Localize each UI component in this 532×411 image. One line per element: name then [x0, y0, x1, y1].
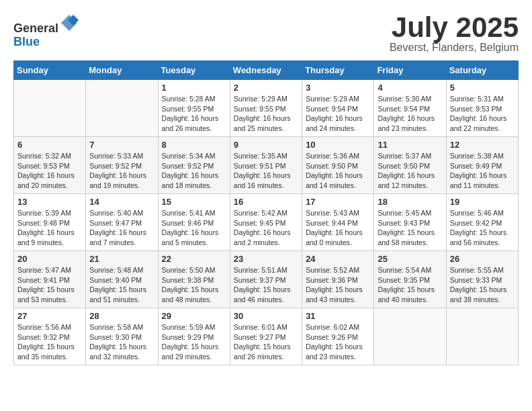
calendar-cell: 25Sunrise: 5:54 AM Sunset: 9:35 PM Dayli…	[374, 251, 446, 308]
calendar-cell: 28Sunrise: 5:58 AM Sunset: 9:30 PM Dayli…	[86, 308, 158, 365]
calendar-cell: 2Sunrise: 5:29 AM Sunset: 9:55 PM Daylig…	[230, 80, 302, 137]
month-title: July 2025	[390, 13, 519, 42]
calendar-cell	[14, 80, 86, 137]
day-number: 29	[162, 311, 226, 321]
calendar-cell: 21Sunrise: 5:48 AM Sunset: 9:40 PM Dayli…	[86, 251, 158, 308]
weekday-wednesday: Wednesday	[230, 61, 302, 80]
cell-data: Sunrise: 5:45 AM Sunset: 9:43 PM Dayligh…	[378, 208, 442, 248]
calendar-cell: 22Sunrise: 5:50 AM Sunset: 9:38 PM Dayli…	[158, 251, 230, 308]
day-number: 28	[89, 311, 154, 321]
calendar-table: SundayMondayTuesdayWednesdayThursdayFrid…	[13, 60, 519, 365]
day-number: 3	[306, 83, 370, 93]
logo-icon	[60, 13, 79, 32]
cell-data: Sunrise: 5:29 AM Sunset: 9:54 PM Dayligh…	[306, 94, 370, 134]
cell-data: Sunrise: 5:35 AM Sunset: 9:51 PM Dayligh…	[234, 151, 298, 191]
cell-data: Sunrise: 5:33 AM Sunset: 9:52 PM Dayligh…	[89, 151, 154, 191]
day-number: 4	[378, 83, 442, 93]
cell-data: Sunrise: 6:01 AM Sunset: 9:27 PM Dayligh…	[234, 322, 298, 362]
weekday-tuesday: Tuesday	[158, 61, 230, 80]
calendar-cell: 9Sunrise: 5:35 AM Sunset: 9:51 PM Daylig…	[230, 137, 302, 194]
calendar-cell	[86, 80, 158, 137]
day-number: 12	[450, 140, 515, 150]
cell-data: Sunrise: 5:54 AM Sunset: 9:35 PM Dayligh…	[378, 265, 442, 305]
day-number: 24	[306, 254, 370, 264]
day-number: 5	[450, 83, 515, 93]
weekday-friday: Friday	[374, 61, 446, 80]
calendar-cell: 30Sunrise: 6:01 AM Sunset: 9:27 PM Dayli…	[230, 308, 302, 365]
cell-data: Sunrise: 5:46 AM Sunset: 9:42 PM Dayligh…	[450, 208, 515, 248]
calendar-cell: 27Sunrise: 5:56 AM Sunset: 9:32 PM Dayli…	[14, 308, 86, 365]
cell-data: Sunrise: 5:32 AM Sunset: 9:53 PM Dayligh…	[17, 151, 82, 191]
cell-data: Sunrise: 5:28 AM Sunset: 9:55 PM Dayligh…	[162, 94, 226, 134]
calendar-cell: 19Sunrise: 5:46 AM Sunset: 9:42 PM Dayli…	[446, 194, 518, 251]
calendar-week-5: 27Sunrise: 5:56 AM Sunset: 9:32 PM Dayli…	[14, 308, 519, 365]
cell-data: Sunrise: 5:48 AM Sunset: 9:40 PM Dayligh…	[89, 265, 154, 305]
day-number: 18	[378, 197, 442, 207]
cell-data: Sunrise: 5:52 AM Sunset: 9:36 PM Dayligh…	[306, 265, 370, 305]
location: Beverst, Flanders, Belgium	[390, 42, 519, 54]
calendar-cell: 15Sunrise: 5:41 AM Sunset: 9:46 PM Dayli…	[158, 194, 230, 251]
cell-data: Sunrise: 5:50 AM Sunset: 9:38 PM Dayligh…	[162, 265, 226, 305]
calendar-cell: 13Sunrise: 5:39 AM Sunset: 9:48 PM Dayli…	[14, 194, 86, 251]
day-number: 1	[162, 83, 226, 93]
cell-data: Sunrise: 5:39 AM Sunset: 9:48 PM Dayligh…	[17, 208, 82, 248]
calendar-cell: 7Sunrise: 5:33 AM Sunset: 9:52 PM Daylig…	[86, 137, 158, 194]
cell-data: Sunrise: 5:36 AM Sunset: 9:50 PM Dayligh…	[306, 151, 370, 191]
day-number: 8	[162, 140, 226, 150]
calendar-body: 1Sunrise: 5:28 AM Sunset: 9:55 PM Daylig…	[14, 80, 519, 365]
calendar-cell: 31Sunrise: 6:02 AM Sunset: 9:26 PM Dayli…	[302, 308, 374, 365]
calendar-cell: 20Sunrise: 5:47 AM Sunset: 9:41 PM Dayli…	[14, 251, 86, 308]
cell-data: Sunrise: 5:34 AM Sunset: 9:52 PM Dayligh…	[162, 151, 226, 191]
cell-data: Sunrise: 5:37 AM Sunset: 9:50 PM Dayligh…	[378, 151, 442, 191]
cell-data: Sunrise: 5:42 AM Sunset: 9:45 PM Dayligh…	[234, 208, 298, 248]
calendar-cell: 5Sunrise: 5:31 AM Sunset: 9:53 PM Daylig…	[446, 80, 518, 137]
cell-data: Sunrise: 5:30 AM Sunset: 9:54 PM Dayligh…	[378, 94, 442, 134]
weekday-saturday: Saturday	[446, 61, 518, 80]
title-area: July 2025 Beverst, Flanders, Belgium	[390, 13, 519, 54]
calendar-cell: 16Sunrise: 5:42 AM Sunset: 9:45 PM Dayli…	[230, 194, 302, 251]
calendar-week-4: 20Sunrise: 5:47 AM Sunset: 9:41 PM Dayli…	[14, 251, 519, 308]
day-number: 7	[89, 140, 154, 150]
day-number: 19	[450, 197, 515, 207]
page-header: General Blue July 2025 Beverst, Flanders…	[13, 13, 519, 54]
logo-blue: Blue	[13, 36, 79, 49]
cell-data: Sunrise: 5:40 AM Sunset: 9:47 PM Dayligh…	[89, 208, 154, 248]
calendar-cell: 3Sunrise: 5:29 AM Sunset: 9:54 PM Daylig…	[302, 80, 374, 137]
cell-data: Sunrise: 5:29 AM Sunset: 9:55 PM Dayligh…	[234, 94, 298, 134]
day-number: 9	[234, 140, 298, 150]
calendar-cell: 29Sunrise: 5:59 AM Sunset: 9:29 PM Dayli…	[158, 308, 230, 365]
day-number: 17	[306, 197, 370, 207]
calendar-cell: 11Sunrise: 5:37 AM Sunset: 9:50 PM Dayli…	[374, 137, 446, 194]
day-number: 27	[17, 311, 82, 321]
cell-data: Sunrise: 5:51 AM Sunset: 9:37 PM Dayligh…	[234, 265, 298, 305]
calendar-cell: 6Sunrise: 5:32 AM Sunset: 9:53 PM Daylig…	[14, 137, 86, 194]
cell-data: Sunrise: 5:56 AM Sunset: 9:32 PM Dayligh…	[17, 322, 82, 362]
day-number: 20	[17, 254, 82, 264]
weekday-thursday: Thursday	[302, 61, 374, 80]
day-number: 13	[17, 197, 82, 207]
weekday-sunday: Sunday	[14, 61, 86, 80]
calendar-cell: 17Sunrise: 5:43 AM Sunset: 9:44 PM Dayli…	[302, 194, 374, 251]
calendar-cell: 12Sunrise: 5:38 AM Sunset: 9:49 PM Dayli…	[446, 137, 518, 194]
cell-data: Sunrise: 5:59 AM Sunset: 9:29 PM Dayligh…	[162, 322, 226, 362]
calendar-week-2: 6Sunrise: 5:32 AM Sunset: 9:53 PM Daylig…	[14, 137, 519, 194]
day-number: 21	[89, 254, 154, 264]
day-number: 10	[306, 140, 370, 150]
calendar-cell: 4Sunrise: 5:30 AM Sunset: 9:54 PM Daylig…	[374, 80, 446, 137]
calendar-week-1: 1Sunrise: 5:28 AM Sunset: 9:55 PM Daylig…	[14, 80, 519, 137]
day-number: 14	[89, 197, 154, 207]
cell-data: Sunrise: 5:55 AM Sunset: 9:33 PM Dayligh…	[450, 265, 515, 305]
cell-data: Sunrise: 5:31 AM Sunset: 9:53 PM Dayligh…	[450, 94, 515, 134]
calendar-cell: 24Sunrise: 5:52 AM Sunset: 9:36 PM Dayli…	[302, 251, 374, 308]
weekday-monday: Monday	[86, 61, 158, 80]
calendar-cell	[446, 308, 518, 365]
calendar-cell	[374, 308, 446, 365]
day-number: 22	[162, 254, 226, 264]
day-number: 6	[17, 140, 82, 150]
calendar-cell: 8Sunrise: 5:34 AM Sunset: 9:52 PM Daylig…	[158, 137, 230, 194]
cell-data: Sunrise: 5:47 AM Sunset: 9:41 PM Dayligh…	[17, 265, 82, 305]
calendar-cell: 10Sunrise: 5:36 AM Sunset: 9:50 PM Dayli…	[302, 137, 374, 194]
calendar-cell: 18Sunrise: 5:45 AM Sunset: 9:43 PM Dayli…	[374, 194, 446, 251]
day-number: 30	[234, 311, 298, 321]
day-number: 15	[162, 197, 226, 207]
